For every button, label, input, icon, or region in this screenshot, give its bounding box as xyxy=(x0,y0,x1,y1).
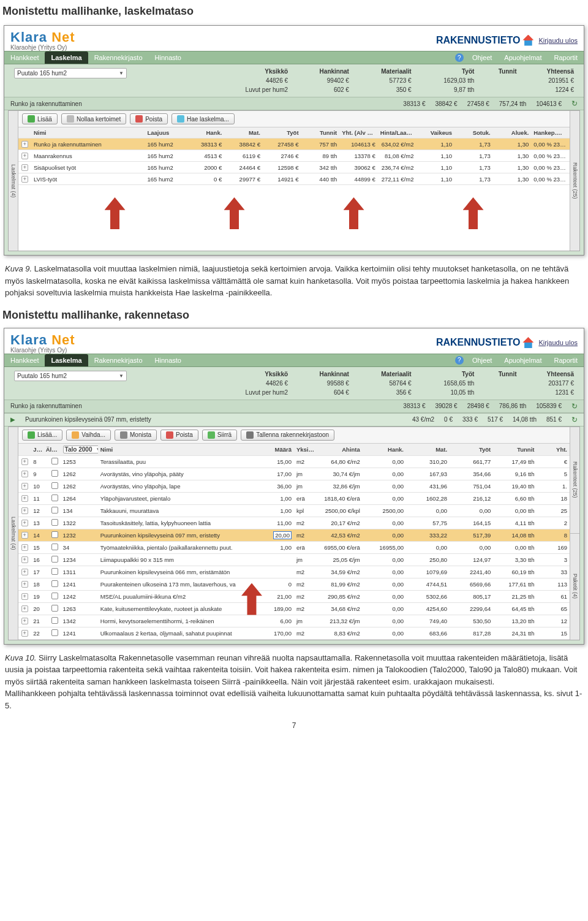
laskelmat-grid[interactable]: Nimi Laajuus Hank.Mat.Työt TunnitYht. (A… xyxy=(18,127,570,185)
table-row[interactable]: + 14 1232 Puurunkoinen kipsilevyseinä 09… xyxy=(18,529,570,541)
row-checkbox[interactable] xyxy=(51,568,58,575)
table-row[interactable]: + 17 1311 Puurunkoinen kipsilevyseinä 06… xyxy=(18,566,570,578)
row-checkbox[interactable] xyxy=(51,617,58,624)
nav-laskelma[interactable]: Laskelma xyxy=(45,51,88,64)
logout-link[interactable]: Kirjaudu ulos xyxy=(538,339,578,346)
talo-filter[interactable]: Talo 2000 ▼ xyxy=(63,445,98,453)
nav-rakennekirjasto[interactable]: Rakennekirjasto xyxy=(88,51,149,64)
btn-lisaa[interactable]: Lisää xyxy=(22,113,58,124)
row-checkbox[interactable] xyxy=(51,580,58,587)
expand-icon[interactable]: + xyxy=(21,164,28,171)
nav-apuohjelmat[interactable]: Apuohjelmat xyxy=(498,354,548,366)
help-icon[interactable]: ? xyxy=(455,53,464,62)
expand-icon[interactable]: + xyxy=(21,483,28,490)
expand-icon[interactable]: + xyxy=(21,153,28,159)
table-row[interactable]: + 20 1263 Kate, kuitusementtilevykate, r… xyxy=(18,602,570,615)
row-checkbox[interactable] xyxy=(51,629,58,636)
table-row[interactable]: + 12 134 Takkauuni, muurattava 1,00kpl 2… xyxy=(18,504,570,517)
nav-hinnasto[interactable]: Hinnasto xyxy=(149,354,187,366)
vtab-laskelmat[interactable]: Laskelmat (4) xyxy=(9,427,18,640)
refresh-icon[interactable]: ↻ xyxy=(571,99,578,108)
expand-icon[interactable]: + xyxy=(21,605,28,612)
row-checkbox[interactable] xyxy=(51,519,58,526)
table-row[interactable]: + Sisäpuoliset työt165 hum2 2000 €24464 … xyxy=(18,162,570,173)
nav-raportit[interactable]: Raportit xyxy=(548,354,584,366)
expand-icon[interactable]: + xyxy=(21,507,28,514)
nav-ohjeet[interactable]: Ohjeet xyxy=(466,51,498,64)
btn-poista[interactable]: Poista xyxy=(160,430,198,441)
btn-hae-laskelma[interactable]: Hae laskelma... xyxy=(172,113,235,124)
maara-input[interactable]: 20,00 xyxy=(273,531,292,539)
expand-icon[interactable]: + xyxy=(21,458,28,465)
row-checkbox[interactable] xyxy=(51,470,58,477)
doc-heading-2: Monistettu mallihanke, rakennetaso xyxy=(2,309,588,322)
expand-icon[interactable]: + xyxy=(21,581,28,588)
table-row[interactable]: + 19 1242 MSE/AL puualumiini-ikkuna €/m2… xyxy=(18,590,570,602)
row-checkbox[interactable] xyxy=(51,593,58,599)
btn-lisaa[interactable]: Lisää... xyxy=(22,430,62,441)
expand-icon[interactable]: + xyxy=(21,471,28,477)
vtab-laskelmat[interactable]: Laskelmat (4) xyxy=(9,111,18,251)
vtab-paketit[interactable]: Paketit (4) xyxy=(570,533,579,640)
row-checkbox[interactable] xyxy=(51,605,58,612)
expand-icon[interactable]: + xyxy=(21,556,28,563)
expand-icon[interactable]: + xyxy=(21,532,28,539)
row-checkbox[interactable] xyxy=(51,507,58,514)
table-row[interactable]: + Maanrakennus165 hum2 4513 €6119 €2746 … xyxy=(18,150,570,162)
expand-icon[interactable]: + xyxy=(21,544,28,551)
btn-nollaa[interactable]: Nollaa kertoimet xyxy=(61,113,126,124)
nav-hinnasto[interactable]: Hinnasto xyxy=(149,51,187,64)
table-row[interactable]: + 18 1241 Puurakenteinen ulkoseinä 173 m… xyxy=(18,578,570,590)
table-row[interactable]: + 16 1234 Liimapuupalkki 90 x 315 mm jm … xyxy=(18,553,570,566)
expand-icon[interactable]: + xyxy=(21,593,28,600)
table-row[interactable]: + LVIS-työt165 hum2 0 €29977 €14921 €440… xyxy=(18,173,570,185)
vtab-rakenteet[interactable]: Rakenteet (25) xyxy=(570,427,579,533)
expand-icon[interactable]: + xyxy=(21,520,28,526)
row-checkbox[interactable] xyxy=(51,556,58,563)
row-checkbox[interactable] xyxy=(51,544,58,550)
expand-icon[interactable]: + xyxy=(21,495,28,502)
nav-laskelma[interactable]: Laskelma xyxy=(45,354,88,366)
nav-apuohjelmat[interactable]: Apuohjelmat xyxy=(498,51,548,64)
nav-hankkeet[interactable]: Hankkeet xyxy=(4,51,45,64)
vtab-rakenteet[interactable]: Rakenteet (25) xyxy=(570,111,579,251)
btn-siirra[interactable]: Siirrä xyxy=(202,430,237,441)
table-row[interactable]: + 9 1262 Avoräystäs, vino yläpohja, päät… xyxy=(18,468,570,480)
logout-link[interactable]: Kirjaudu ulos xyxy=(538,37,578,44)
table-row[interactable]: + 21 1342 Hormi, kevytsoraelementtihormi… xyxy=(18,615,570,627)
nav-hankkeet[interactable]: Hankkeet xyxy=(4,354,45,366)
arrow-icon xyxy=(463,197,484,229)
btn-tallenna[interactable]: Tallenna rakennekirjastoon xyxy=(241,430,334,441)
table-row[interactable]: + 11 1264 Yläpohjavarusteet, pientalo 1,… xyxy=(18,492,570,504)
btn-poista[interactable]: Poista xyxy=(130,113,168,124)
crumb-arrow-icon[interactable]: ▶ xyxy=(10,416,15,423)
expand-icon[interactable]: + xyxy=(21,630,28,637)
btn-vaihda[interactable]: Vaihda... xyxy=(66,430,111,441)
rakenteet-grid[interactable]: Jno Älä laske Talo 2000 ▼ Nimi MääräYksi… xyxy=(18,444,570,640)
row-checkbox[interactable] xyxy=(51,531,58,538)
row-checkbox[interactable] xyxy=(51,458,58,464)
expand-icon[interactable]: + xyxy=(21,141,28,148)
table-row[interactable]: + 13 1322 Tasoituskäsittely, lattia, kyl… xyxy=(18,517,570,529)
expand-icon[interactable]: + xyxy=(21,569,28,575)
project-select[interactable]: Puutalo 165 hum2▼ xyxy=(14,371,127,381)
table-row[interactable]: + 8 1253 Terassilaatta, puu 15,00m2 64,8… xyxy=(18,455,570,468)
expand-icon[interactable]: + xyxy=(21,176,28,183)
nav-rakennekirjasto[interactable]: Rakennekirjasto xyxy=(88,354,149,366)
table-row[interactable]: + 22 1241 Ulkomaalaus 2 kertaa, öljymaal… xyxy=(18,627,570,639)
table-row[interactable]: + 15 34 Työmaatekniikka, pientalo (paika… xyxy=(18,541,570,553)
arrow-icon xyxy=(224,197,245,229)
summary-sel: 38313 € xyxy=(403,100,425,107)
expand-icon[interactable]: + xyxy=(21,618,28,624)
project-select[interactable]: Puutalo 165 hum2▼ xyxy=(14,68,127,78)
refresh-icon[interactable]: ↻ xyxy=(571,415,578,424)
btn-monista[interactable]: Monista xyxy=(115,430,157,441)
nav-ohjeet[interactable]: Ohjeet xyxy=(466,354,498,366)
help-icon[interactable]: ? xyxy=(455,356,464,365)
row-checkbox[interactable] xyxy=(51,482,58,489)
table-row[interactable]: + Runko ja rakennuttaminen165 hum2 38313… xyxy=(18,138,570,150)
nav-raportit[interactable]: Raportit xyxy=(548,51,584,64)
row-checkbox[interactable] xyxy=(51,495,58,501)
table-row[interactable]: + 10 1262 Avoräystäs, vino yläpohja, lap… xyxy=(18,480,570,492)
refresh-icon[interactable]: ↻ xyxy=(571,402,578,411)
